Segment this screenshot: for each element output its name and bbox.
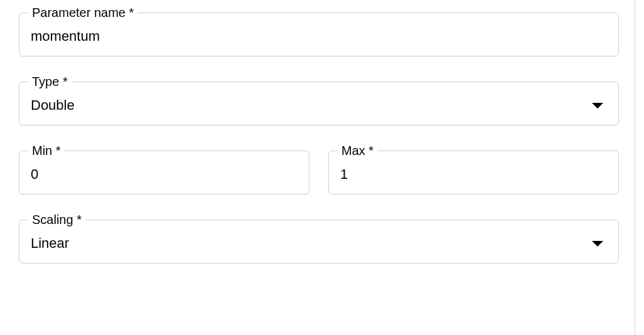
scaling-field[interactable]: Scaling * Linear — [19, 220, 619, 263]
scaling-value: Linear — [31, 235, 69, 252]
chevron-down-icon — [592, 241, 603, 247]
chevron-down-icon — [592, 103, 603, 109]
type-label: Type * — [28, 75, 72, 89]
parameter-name-field[interactable]: Parameter name * — [19, 13, 619, 56]
min-max-row: Min * Max * — [19, 151, 619, 194]
max-label: Max * — [338, 144, 377, 158]
min-field[interactable]: Min * — [19, 151, 309, 194]
scaling-label: Scaling * — [28, 213, 85, 227]
type-field[interactable]: Type * Double — [19, 82, 619, 125]
min-label: Min * — [28, 144, 65, 158]
max-input[interactable] — [340, 166, 607, 183]
min-input[interactable] — [31, 166, 298, 183]
max-field[interactable]: Max * — [328, 151, 619, 194]
vertical-divider — [635, 0, 635, 335]
parameter-form: Parameter name * Type * Double Min * Max… — [19, 13, 625, 263]
type-value: Double — [31, 97, 75, 114]
parameter-name-input[interactable] — [31, 28, 607, 45]
parameter-name-label: Parameter name * — [28, 6, 137, 20]
